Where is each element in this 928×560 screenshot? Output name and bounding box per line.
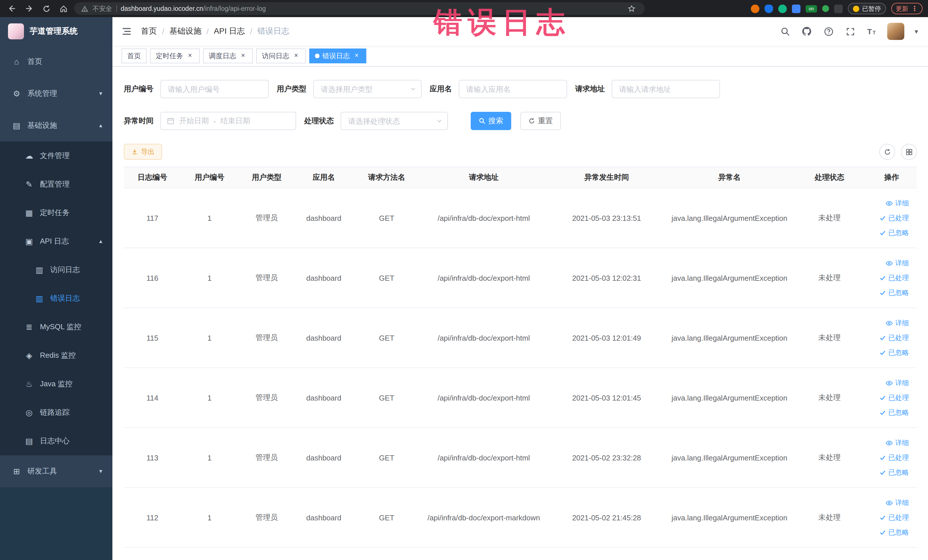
filter-request-url: 请求地址 (575, 80, 720, 98)
view-detail-link[interactable]: 详细 (870, 375, 909, 390)
sidebar-item-home[interactable]: ⌂首页 (0, 46, 112, 78)
tab-close-icon[interactable]: × (239, 52, 247, 60)
tab-error-log[interactable]: 错误日志× (309, 49, 366, 63)
cell-app: dashboard (295, 188, 352, 248)
sidebar-item-access-log[interactable]: ▥访问日志 (0, 256, 112, 284)
date-range-picker[interactable]: 开始日期 - 结束日期 (160, 112, 296, 130)
sidebar-item-trace[interactable]: ◎链路追踪 (0, 398, 112, 427)
sidebar-item-mysql-monitor[interactable]: ≣MySQL 监控 (0, 313, 112, 341)
search-icon[interactable] (779, 25, 791, 38)
mark-processed-link[interactable]: 已处理 (870, 390, 909, 405)
extension-icon-3[interactable] (778, 4, 787, 13)
caret-down-icon[interactable]: ▼ (913, 28, 919, 35)
filter-label: 异常时间 (124, 116, 154, 126)
address-bar[interactable]: 不安全 dashboard.yudao.iocoder.cn/infra/log… (74, 2, 645, 15)
tab-close-icon[interactable]: × (353, 52, 360, 60)
view-detail-link[interactable]: 详细 (870, 316, 909, 330)
back-icon[interactable] (6, 2, 18, 15)
tab-close-icon[interactable]: × (292, 52, 300, 60)
breadcrumb-item[interactable]: 首页 (141, 26, 157, 37)
cell-actions: 详细已处理已忽略 (867, 188, 917, 248)
sidebar-item-log-center[interactable]: ▤日志中心 (0, 427, 112, 455)
paused-chip[interactable]: 已暂停 (848, 3, 886, 14)
tab-access-log[interactable]: 访问日志× (256, 49, 306, 63)
tab-close-icon[interactable]: × (186, 52, 194, 60)
tab-home[interactable]: 首页 (122, 49, 147, 63)
sidebar-item-file-management[interactable]: ☁文件管理 (0, 142, 112, 170)
extension-icon-1[interactable] (751, 4, 759, 13)
cell-method: GET (352, 488, 421, 548)
app-logo[interactable]: 芋道管理系统 (0, 17, 112, 46)
cell-id: 115 (124, 308, 181, 368)
browser-home-icon[interactable] (57, 2, 70, 15)
extension-icon-5[interactable] (822, 5, 829, 12)
sidebar-item-scheduled-jobs[interactable]: ▦定时任务 (0, 198, 112, 227)
user-type-select[interactable] (313, 80, 422, 98)
process-status-select[interactable] (340, 112, 448, 130)
sidebar-item-dev-tools[interactable]: ⊞研发工具▼ (0, 455, 112, 487)
export-button[interactable]: 导出 (124, 144, 162, 160)
extension-icon-4[interactable] (792, 4, 800, 13)
reload-icon[interactable] (40, 2, 52, 15)
sidebar-item-system-management[interactable]: ⚙系统管理▼ (0, 78, 112, 110)
sidebar-item-infrastructure[interactable]: ▤基础设施▲ (0, 110, 112, 142)
mark-processed-link[interactable]: 已处理 (870, 510, 909, 525)
extension-icon-6[interactable] (834, 4, 843, 13)
tags-view: 首页定时任务×调度日志×访问日志×错误日志× (112, 46, 928, 67)
sidebar-item-java-monitor[interactable]: ♨Java 监控 (0, 370, 112, 398)
tab-schedule-log[interactable]: 调度日志× (203, 49, 253, 63)
mark-processed-link[interactable]: 已处理 (870, 211, 909, 225)
user-id-input[interactable] (160, 80, 269, 98)
cell-url: /api/infra/db-doc/export-html (421, 188, 546, 248)
breadcrumb-item[interactable]: 基础设施 (169, 26, 201, 37)
extension-on-badge[interactable]: on (806, 5, 817, 12)
check-icon (879, 349, 886, 356)
hamburger-icon[interactable] (122, 26, 132, 37)
mark-ignored-link[interactable]: 已忽略 (870, 345, 909, 360)
app-name-input[interactable] (459, 80, 567, 98)
breadcrumb-item[interactable]: API 日志 (214, 26, 245, 37)
search-button[interactable]: 搜索 (471, 112, 511, 130)
mark-ignored-link[interactable]: 已忽略 (870, 285, 909, 300)
mark-ignored-link[interactable]: 已忽略 (870, 225, 909, 240)
font-size-icon[interactable]: TT (865, 25, 878, 38)
request-url-input[interactable] (612, 80, 720, 98)
forward-icon[interactable] (23, 2, 35, 15)
cell-actions: 详细已处理已忽略 (867, 248, 917, 308)
cell-user-id: 1 (181, 368, 238, 428)
cell-actions: 详细已处理已忽略 (867, 308, 917, 368)
sidebar-item-api-log[interactable]: ▣API 日志▲ (0, 227, 112, 256)
help-icon[interactable] (822, 25, 835, 38)
cell-url: /api/infra/db-doc/export-markdown (421, 488, 546, 548)
cell-url: /api/infra/db-doc/export-html (421, 368, 546, 428)
refresh-icon[interactable] (879, 144, 895, 160)
view-detail-link[interactable]: 详细 (870, 256, 909, 270)
tab-scheduled-jobs[interactable]: 定时任务× (150, 49, 200, 63)
view-detail-link[interactable]: 详细 (870, 435, 909, 450)
view-detail-link[interactable]: 详细 (870, 196, 909, 211)
page-content: 用户编号 用户类型 应用名 请求地址 (112, 67, 928, 560)
chrome-update-chip[interactable]: 更新 ⋮ (891, 3, 923, 14)
fullscreen-icon[interactable] (844, 25, 856, 38)
cell-actions: 详细已处理已忽略 (867, 368, 917, 428)
columns-settings-icon[interactable] (901, 144, 917, 160)
sidebar-item-config-management[interactable]: ✎配置管理 (0, 170, 112, 198)
github-icon[interactable] (800, 25, 813, 38)
view-detail-link[interactable]: 详细 (870, 495, 909, 510)
sidebar-item-error-log[interactable]: ▥错误日志 (0, 284, 112, 313)
extension-icon-2[interactable] (765, 4, 773, 13)
mark-ignored-link[interactable]: 已忽略 (870, 465, 909, 480)
mark-ignored-link[interactable]: 已忽略 (870, 405, 909, 420)
check-icon (879, 529, 886, 536)
reset-button[interactable]: 重置 (520, 112, 561, 130)
export-button-label: 导出 (141, 147, 155, 157)
mark-processed-link[interactable]: 已处理 (870, 330, 909, 345)
sidebar-item-redis-monitor[interactable]: ◈Redis 监控 (0, 341, 112, 370)
avatar[interactable] (887, 23, 904, 40)
mark-ignored-link[interactable]: 已忽略 (870, 525, 909, 540)
logo-image (8, 23, 24, 40)
mark-processed-link[interactable]: 已处理 (870, 270, 909, 285)
action-label: 已处理 (888, 273, 909, 283)
bookmark-star-icon[interactable] (625, 2, 638, 15)
mark-processed-link[interactable]: 已处理 (870, 450, 909, 465)
